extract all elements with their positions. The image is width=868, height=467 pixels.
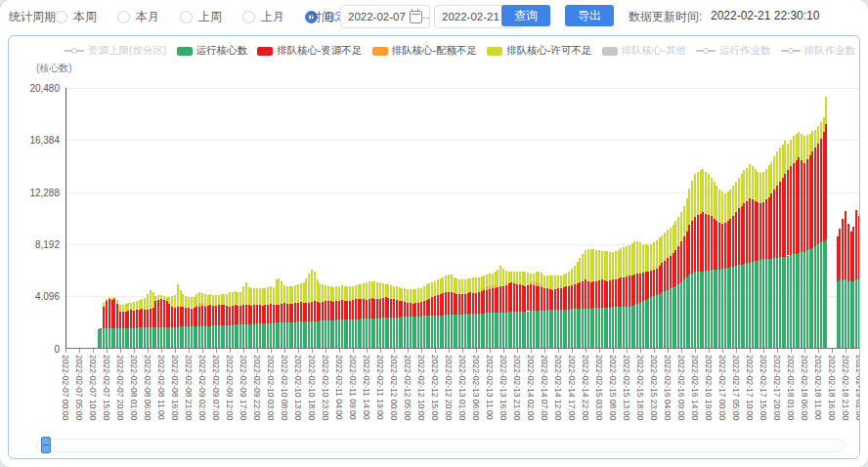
x-axis-tick-label: 2022-02-11 19:00 [375,355,385,419]
x-axis-tick-label: 2022-02-12 00:00 [389,355,399,420]
x-axis-tick [572,349,573,353]
period-radio-1[interactable]: 本月 [117,9,159,25]
x-axis-tick-label: 2022-02-18 16:00 [827,355,837,420]
chart-panel: 资源上限(按分区)运行核心数排队核心-资源不足排队核心-配额不足排队核心-许可不… [8,35,860,459]
x-axis-tick [367,349,368,353]
x-axis-tick [107,349,108,353]
x-axis-tick-label: 2022-02-10 13:00 [293,355,303,420]
horizontal-scrollbar-track[interactable] [36,439,846,452]
x-axis-tick-label: 2022-02-15 03:00 [594,355,604,420]
x-axis-tick [668,349,669,353]
x-axis-tick [490,349,491,353]
x-axis-tick-label: 2022-02-08 01:00 [129,355,139,420]
x-axis-tick [93,349,94,353]
x-axis-tick [421,349,422,353]
x-axis-tick [613,349,614,353]
x-axis-tick-label: 2022-02-19 02:00 [854,355,861,420]
x-axis-tick-label: 2022-02-18 21:00 [841,355,850,420]
x-axis-tick [339,349,340,353]
x-axis-tick-label: 2022-02-14 02:00 [526,355,536,420]
x-axis-tick-label: 2022-02-07 10:00 [88,355,98,420]
x-axis-tick-label: 2022-02-12 20:00 [444,355,454,420]
x-axis-tick-label: 2022-02-14 12:00 [553,355,563,420]
x-axis-tick [681,349,682,353]
x-axis-tick [312,349,313,353]
date-to-value: 2022-02-21 [442,11,499,22]
x-axis-tick [257,349,258,353]
date-from-value: 2022-02-07 [348,11,406,22]
x-axis-tick [353,349,354,353]
x-axis-tick-label: 2022-02-11 04:00 [334,355,344,419]
x-axis-tick-label: 2022-02-07 20:00 [115,355,125,420]
x-axis-tick [175,349,176,353]
x-axis-tick-label: 2022-02-15 23:00 [649,355,659,420]
x-axis-tick [65,349,66,353]
x-axis-tick [558,349,559,353]
x-axis-tick-label: 2022-02-07 00:00 [61,355,70,420]
x-axis-tick [243,349,244,353]
export-button[interactable]: 导出 [565,5,614,26]
x-axis-tick-label: 2022-02-14 17:00 [567,355,577,420]
x-axis-tick-label: 2022-02-11 14:00 [362,355,371,419]
period-radio-2[interactable]: 上周 [180,9,222,25]
x-axis-tick-label: 2022-02-13 01:00 [457,355,467,420]
x-axis-tick [216,349,217,353]
period-radio-label: 本月 [136,9,159,25]
radio-icon[interactable] [55,11,67,23]
x-axis-tick [832,349,833,353]
x-axis-tick-label: 2022-02-10 18:00 [307,355,317,420]
date-from-input[interactable]: 2022-02-07 [340,5,430,28]
x-axis-tick-label: 2022-02-16 14:00 [690,355,700,420]
x-axis-tick-label: 2022-02-17 05:00 [731,355,741,420]
x-axis-tick [408,349,409,353]
radio-icon[interactable] [117,11,130,23]
x-axis-tick [777,349,778,353]
horizontal-scrollbar-handle[interactable] [41,437,51,453]
radio-icon[interactable] [180,11,193,23]
x-axis-tick [326,349,326,353]
radio-icon[interactable] [242,11,255,23]
y-axis-tick-label: 0 [9,344,60,355]
x-axis-tick [284,349,285,353]
x-axis-tick-label: 2022-02-17 15:00 [759,355,768,420]
dashboard-window: 统计周期: 本周本月上周上月自定义 时间: 2022-02-07 -- 2022… [0,0,868,467]
x-axis-tick-label: 2022-02-15 13:00 [622,355,631,420]
x-axis-tick [736,349,737,353]
period-radio-3[interactable]: 上月 [242,9,284,25]
x-axis-tick [722,349,723,353]
y-axis-tick-label: 16,384 [9,135,60,146]
x-axis-tick-label: 2022-02-10 23:00 [321,355,330,420]
x-axis-tick-label: 2022-02-11 09:00 [348,355,358,419]
x-axis-tick-label: 2022-02-09 17:00 [239,355,248,420]
x-axis-tick [120,349,121,353]
x-axis-tick [750,349,751,353]
bar-segment-queue_license [116,300,118,304]
x-axis-tick-label: 2022-02-13 06:00 [471,355,481,420]
x-axis-tick-label: 2022-02-17 20:00 [772,355,782,420]
x-axis-tick-label: 2022-02-18 11:00 [813,355,823,419]
x-axis-tick [202,349,203,353]
x-axis-tick-label: 2022-02-12 10:00 [416,355,426,420]
x-axis-tick-label: 2022-02-18 01:00 [786,355,796,420]
x-axis-tick [380,349,381,353]
x-axis-tick-label: 2022-02-15 08:00 [608,355,618,420]
period-radio-label: 上周 [198,9,222,25]
x-axis-tick-label: 2022-02-13 11:00 [485,355,495,419]
x-axis-tick-label: 2022-02-16 09:00 [676,355,686,420]
x-axis-tick-label: 2022-02-10 03:00 [266,355,276,420]
x-axis-tick [435,349,436,353]
x-axis-tick [531,349,532,353]
query-button[interactable]: 查询 [501,5,550,26]
x-axis-tick-label: 2022-02-15 18:00 [635,355,645,420]
x-axis-tick-label: 2022-02-12 05:00 [403,355,412,420]
period-radio-0[interactable]: 本周 [55,9,97,25]
bar-segment-queue_resource [825,124,827,238]
period-radio-label: 本周 [73,9,97,25]
calendar-icon[interactable] [410,11,422,23]
x-axis-tick-label: 2022-02-08 11:00 [156,355,166,419]
x-axis-tick [161,349,162,353]
x-axis-tick [394,349,395,353]
x-axis-tick [804,349,805,353]
x-axis-tick-label: 2022-02-09 02:00 [197,355,207,420]
toolbar: 统计周期: 本周本月上周上月自定义 时间: 2022-02-07 -- 2022… [0,0,868,33]
